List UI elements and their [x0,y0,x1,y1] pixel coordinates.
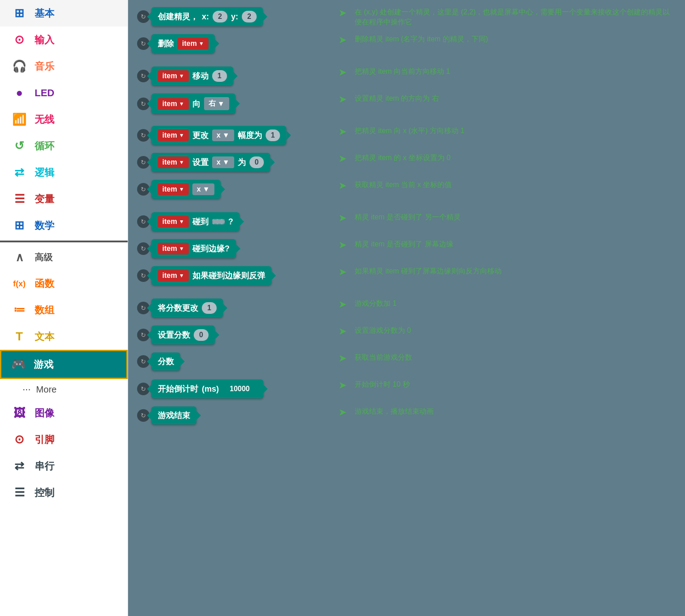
sidebar-item-无线[interactable]: 📶 无线 [0,106,128,133]
comment-get-x: 获取精灵 item 当前 x 坐标的值 [350,180,676,190]
item-badge[interactable]: item ▼ [158,216,189,228]
image-icon: 🖼 [11,406,27,420]
score-change-value[interactable]: 1 [202,302,217,314]
block-countdown[interactable]: 开始倒计时 (ms) 10000 [151,379,263,398]
sidebar-item-引脚[interactable]: ⊙ 引脚 [0,426,128,453]
sidebar-item-LED[interactable]: ● LED [0,80,128,106]
sidebar-item-图像[interactable]: 🖼 图像 [0,400,128,426]
block-container: ↻ item ▼ 碰到 ? [137,212,335,231]
comment-countdown: 开始倒计时 10 秒 [350,379,676,389]
x-value[interactable]: 2 [213,11,227,22]
sidebar-item-more[interactable]: ··· More [0,379,128,400]
grid-icon: ⊞ [11,6,27,20]
sidebar-item-逻辑[interactable]: ⇄ 逻辑 [0,159,128,186]
y-value[interactable]: 2 [242,11,257,22]
block-row-create-sprite: ↻ 创建精灵， x: 2 y: 2 ➤ 在 (x,y) 处创建一个精灵，这里是 … [128,4,685,31]
comment-game-over: 游戏结束，播放结束动画 [350,406,676,416]
comment-change-x: 把精灵 item 向 x (水平) 方向移动 1 [350,126,676,136]
block-container: ↻ item ▼ 碰到边缘? [137,239,335,258]
pin-icon: ⊙ [11,433,27,446]
advanced-icon: ∧ [11,250,27,264]
block-container: ↻ 分数 [137,353,335,370]
block-bounce[interactable]: item ▼ 如果碰到边缘则反弹 [151,266,271,285]
direction-value[interactable]: 右 ▼ [204,97,229,110]
serial-icon: ⇄ [11,459,27,473]
move-value[interactable]: 1 [212,70,227,82]
main-content: ↻ 创建精灵， x: 2 y: 2 ➤ 在 (x,y) 处创建一个精灵，这里是 … [128,0,685,616]
sidebar: ⊞ 基本 ⊙ 输入 🎧 音乐 ● LED 📶 无线 ↺ 循环 ⇄ 逻辑 ☰ 变量… [0,0,128,616]
block-container: ↻ item ▼ 如果碰到边缘则反弹 [137,266,335,285]
block-row-countdown: ↻ 开始倒计时 (ms) 10000 ➤ 开始倒计时 10 秒 [128,377,685,404]
array-icon: ≔ [11,303,27,317]
block-change-x[interactable]: item ▼ 更改 x ▼ 幅度为 1 [151,126,286,145]
sidebar-item-音乐[interactable]: 🎧 音乐 [0,53,128,80]
block-row-move-sprite: ↻ item ▼ 移动 1 ➤ 把精灵 item 向当前方向移动 1 [128,64,685,91]
sidebar-item-变量[interactable]: ☰ 变量 [0,186,128,212]
comment-direction-sprite: 设置精灵 item 的方向为 右 [350,94,676,103]
sidebar-item-数学[interactable]: ⊞ 数学 [0,212,128,239]
arrow-icon: ➤ [338,34,347,46]
sidebar-item-串行[interactable]: ⇄ 串行 [0,453,128,479]
sidebar-item-循环[interactable]: ↺ 循环 [0,133,128,159]
sidebar-item-输入[interactable]: ⊙ 输入 [0,27,128,53]
sidebar-item-函数[interactable]: f(x) 函数 [0,271,128,297]
block-direction-sprite[interactable]: item ▼ 向 右 ▼ [151,94,236,114]
led-icon: ● [11,86,27,100]
change-value[interactable]: 1 [266,129,280,141]
comment-get-score: 获取当前游戏分数 [350,353,676,362]
arrow-icon: ➤ [338,406,347,418]
block-container: ↻ 游戏结束 [137,406,335,424]
wireless-icon: 📶 [11,112,27,126]
block-delete-sprite[interactable]: 删除 item ▼ [151,34,215,53]
block-row-delete-sprite: ↻ 删除 item ▼ ➤ 删除精灵 item (名字为 item 的精灵，下同… [128,31,685,58]
block-set-x[interactable]: item ▼ 设置 x ▼ 为 0 [151,153,270,172]
block-create-sprite[interactable]: 创建精灵， x: 2 y: 2 [151,7,263,26]
sidebar-item-高级[interactable]: ∧ 高级 [0,244,128,271]
sidebar-item-基本[interactable]: ⊞ 基本 [0,0,128,27]
countdown-value[interactable]: 10000 [222,383,257,395]
block-row-direction-sprite: ↻ item ▼ 向 右 ▼ ➤ 设置精灵 item 的方向为 右 [128,91,685,118]
block-touch-edge[interactable]: item ▼ 碰到边缘? [151,239,236,258]
item-badge[interactable]: item ▼ [158,70,189,82]
control-icon: ☰ [11,486,27,500]
comment-delete-sprite: 删除精灵 item (名字为 item 的精灵，下同) [350,34,676,44]
input-icon: ⊙ [11,33,27,47]
block-move-sprite[interactable]: item ▼ 移动 1 [151,67,233,85]
comment-touch-edge: 精灵 item 是否碰到了 屏幕边缘 [350,239,676,249]
arrow-icon: ➤ [338,299,347,310]
block-row-set-x: ↻ item ▼ 设置 x ▼ 为 0 ➤ 把精灵 item 的 x 坐标设置为… [128,150,685,177]
coord-x[interactable]: x ▼ [192,183,214,195]
score-set-value[interactable]: 0 [194,329,209,341]
item-badge[interactable]: item ▼ [158,183,189,195]
item-badge[interactable]: item ▼ [158,270,189,281]
sidebar-item-文本[interactable]: T 文本 [0,323,128,350]
block-game-over[interactable]: 游戏结束 [151,406,196,424]
sidebar-item-控制[interactable]: ☰ 控制 [0,479,128,506]
sidebar-item-数组[interactable]: ≔ 数组 [0,297,128,323]
item-badge[interactable]: item ▼ [158,156,189,168]
block-touch-sprite[interactable]: item ▼ 碰到 ? [151,212,240,231]
coord-x[interactable]: x ▼ [212,156,234,168]
block-set-score[interactable]: 设置分数 0 [151,326,215,344]
block-get-score[interactable]: 分数 [151,353,180,370]
game-icon: 🎮 [10,357,27,371]
item-badge[interactable]: item ▼ [158,243,189,254]
logic-icon: ⇄ [11,165,27,179]
block-container: ↻ item ▼ x ▼ [137,180,335,199]
item-badge[interactable]: item ▼ [158,129,189,141]
coord-x[interactable]: x ▼ [212,129,234,141]
arrow-icon: ➤ [338,7,347,19]
comment-change-score: 游戏分数加 1 [350,299,676,308]
block-get-x[interactable]: item ▼ x ▼ [151,180,221,199]
block-change-score[interactable]: 将分数更改 1 [151,299,223,317]
arrow-icon: ➤ [338,180,347,192]
block-container: ↻ 开始倒计时 (ms) 10000 [137,379,335,398]
variable-icon: ☰ [11,192,27,206]
touch-target[interactable] [212,219,225,224]
block-container: ↻ 将分数更改 1 [137,299,335,317]
item-badge[interactable]: item ▼ [158,98,189,110]
sidebar-item-游戏[interactable]: 🎮 游戏 [0,350,128,379]
block-row-get-score: ↻ 分数 ➤ 获取当前游戏分数 [128,350,685,377]
set-value[interactable]: 0 [249,156,264,168]
item-badge[interactable]: item ▼ [178,38,209,49]
